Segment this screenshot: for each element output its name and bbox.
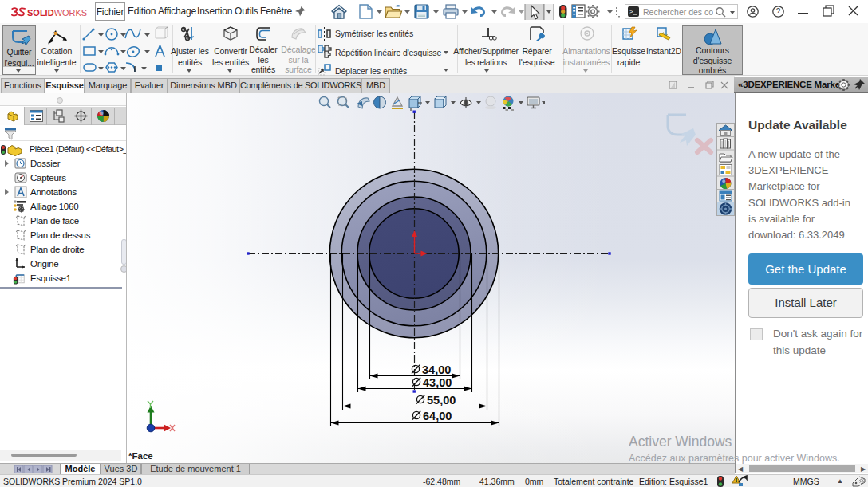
svg-text:64,00: 64,00	[423, 410, 452, 422]
svg-text:SOLIDWORKS: SOLIDWORKS	[27, 8, 87, 18]
svg-text:43,00: 43,00	[423, 376, 452, 389]
svg-text:55,00: 55,00	[427, 394, 456, 406]
svg-text:?: ?	[776, 7, 781, 16]
svg-text:34,00: 34,00	[422, 363, 451, 376]
svg-text:!: !	[736, 477, 738, 484]
